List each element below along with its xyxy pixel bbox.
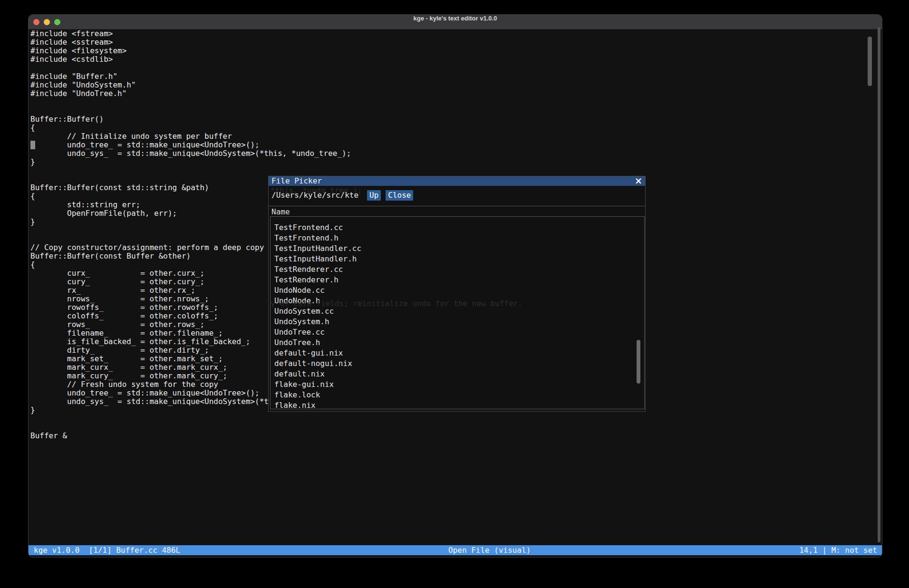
file-item[interactable]: default-nogui.nix xyxy=(274,358,644,369)
file-item[interactable]: UndoTree.cc xyxy=(274,327,644,337)
name-column-header: Name xyxy=(271,208,290,216)
status-cursor-position: 14,1 | M: not set xyxy=(799,545,877,555)
file-item[interactable]: flake-gui.nix xyxy=(274,379,644,390)
window-scrollbar-track[interactable] xyxy=(878,27,880,542)
traffic-lights xyxy=(33,19,60,25)
current-path: /Users/kyle/src/kte xyxy=(271,190,358,201)
file-item[interactable]: TestRenderer.cc xyxy=(274,264,644,275)
file-item[interactable]: flake.lock xyxy=(274,390,644,400)
status-bar: kge v1.0.0 [1/1] Buffer.cc 486L Open Fil… xyxy=(29,545,882,555)
file-item[interactable]: TestFrontend.cc xyxy=(274,222,644,233)
close-icon[interactable]: × xyxy=(635,176,642,185)
file-item[interactable]: TestInputHandler.h xyxy=(274,254,644,264)
status-mode: Open File (visual) xyxy=(448,545,531,555)
zoom-window-icon[interactable] xyxy=(54,19,60,25)
file-item[interactable]: flake.nix xyxy=(274,400,644,409)
app-window: kge - kyle's text editor v1.0.0 #include… xyxy=(28,14,882,558)
file-list: TestFrontend.ccTestFrontend.hTestInputHa… xyxy=(270,216,645,409)
file-item[interactable]: TestRenderer.h xyxy=(274,275,644,285)
file-item[interactable]: default-gui.nix xyxy=(274,348,644,358)
window-title: kge - kyle's text editor v1.0.0 xyxy=(29,15,882,29)
file-picker-dialog: File Picker × *this, *undo_tree_); /User… xyxy=(268,176,646,412)
close-window-icon[interactable] xyxy=(33,19,39,25)
file-picker-titlebar: File Picker × xyxy=(269,176,645,186)
divider xyxy=(269,206,645,206)
file-picker-path-row: /Users/kyle/src/kte Up Close xyxy=(271,190,418,201)
file-item[interactable]: UndoNode.cc xyxy=(274,285,644,296)
minimize-window-icon[interactable] xyxy=(44,19,50,25)
file-list-scrollbar-thumb[interactable] xyxy=(637,340,640,384)
stale-code-ghost-text: y of core fields; reinitialize undo for … xyxy=(271,299,522,308)
file-item[interactable]: UndoSystem.h xyxy=(274,317,644,327)
editor-scrollbar-thumb[interactable] xyxy=(868,37,872,86)
status-file-info: kge v1.0.0 [1/1] Buffer.cc 486L xyxy=(34,545,180,555)
text-cursor xyxy=(30,141,35,149)
file-item[interactable]: default.nix xyxy=(274,369,644,379)
close-button[interactable]: Close xyxy=(386,190,413,201)
window-titlebar: kge - kyle's text editor v1.0.0 xyxy=(29,15,882,29)
file-item[interactable]: TestInputHandler.cc xyxy=(274,243,644,254)
up-button[interactable]: Up xyxy=(367,190,381,201)
file-item[interactable]: TestFrontend.h xyxy=(274,233,644,243)
file-picker-title: File Picker xyxy=(271,176,322,186)
file-item[interactable]: UndoTree.h xyxy=(274,337,644,348)
